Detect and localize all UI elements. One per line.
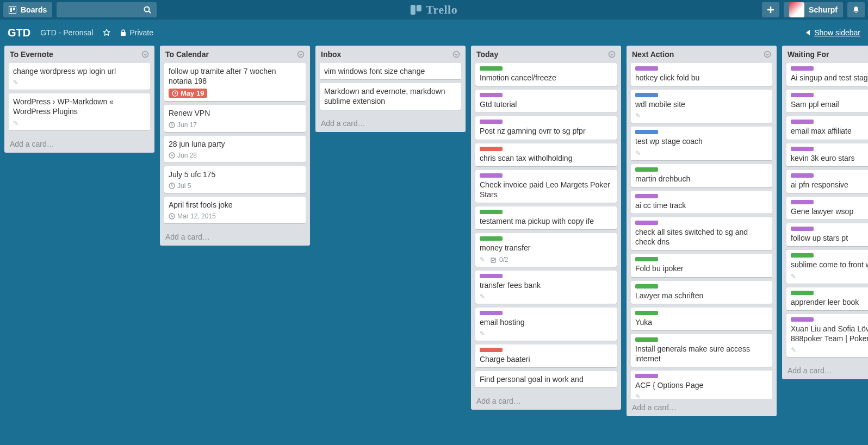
- card[interactable]: money transfer✎0/2: [475, 233, 617, 266]
- board-icon: [9, 6, 16, 14]
- add-button[interactable]: [762, 2, 779, 17]
- svg-point-3: [145, 7, 150, 12]
- card-badges: ✎: [635, 149, 768, 157]
- list-cards: hotkey click fold buwdl mobile site✎test…: [627, 61, 777, 399]
- card[interactable]: Find personal goal in work and: [475, 371, 617, 387]
- list-header: Today: [471, 46, 621, 61]
- card-labels: [635, 130, 768, 134]
- card-labels: [635, 194, 768, 198]
- card-labels: [635, 257, 768, 261]
- card[interactable]: kevin 3k euro stars: [786, 143, 868, 166]
- add-card-button[interactable]: Add a card…: [782, 362, 868, 379]
- checklist-badge: 0/2: [491, 256, 509, 264]
- card[interactable]: wdl mobile site✎: [631, 90, 772, 123]
- card-labels: [480, 348, 612, 352]
- add-card-button[interactable]: Add a card…: [4, 135, 154, 153]
- card-badges: ✎0/2: [480, 256, 612, 264]
- show-sidebar-button[interactable]: Show sidebar: [806, 28, 860, 37]
- card-title: wdl mobile site: [635, 99, 768, 109]
- card[interactable]: Gtd tutorial: [475, 90, 617, 112]
- card[interactable]: Renew VPNJun 17: [164, 105, 306, 131]
- card-labels: [635, 374, 768, 378]
- card[interactable]: Fold bu ipoker: [631, 254, 772, 277]
- add-card-button[interactable]: Add a card…: [160, 228, 310, 246]
- pencil-icon: ✎: [480, 330, 485, 337]
- list-title[interactable]: To Evernote: [10, 50, 141, 59]
- card[interactable]: Ai singup and test stage coach: [786, 63, 868, 86]
- card[interactable]: 28 jun luna partyJun 28: [164, 136, 306, 162]
- label-purple: [791, 227, 814, 231]
- list-title[interactable]: To Calendar: [165, 50, 297, 59]
- card[interactable]: Check invoice paid Leo Margets Poker Sta…: [475, 170, 617, 203]
- card-title: testament ma pickup with copy ife: [480, 216, 612, 226]
- card[interactable]: Markdown and evernote, markdown sublime …: [320, 83, 461, 109]
- card[interactable]: apprender leer book: [786, 287, 868, 310]
- card-badges: ✎: [791, 346, 868, 354]
- card-title: ACF { Options Page: [635, 380, 768, 390]
- card[interactable]: vim windows font size change: [320, 63, 461, 79]
- card[interactable]: Inmotion cancel/freeze: [475, 63, 617, 86]
- card[interactable]: follow up tramite after 7 wochen notaria…: [164, 63, 306, 101]
- card-title: July 5 ufc 175: [169, 170, 301, 179]
- card[interactable]: Gene lawyer wsop: [786, 197, 868, 220]
- card[interactable]: follow up stars pt: [786, 223, 868, 246]
- card[interactable]: Sam ppl email: [786, 90, 868, 112]
- board-team[interactable]: GTD - Peronsal: [40, 28, 93, 37]
- card[interactable]: ACF { Options Page✎: [631, 371, 772, 399]
- card[interactable]: ai pfn responsive: [786, 170, 868, 193]
- board-visibility[interactable]: Private: [120, 28, 153, 37]
- add-card-button[interactable]: Add a card…: [471, 392, 621, 410]
- list-title[interactable]: Inbox: [321, 50, 452, 59]
- card-labels: [635, 66, 768, 71]
- card[interactable]: check all sites switched to sg and check…: [631, 217, 772, 250]
- card[interactable]: April first fools jokeMar 12, 2015: [164, 197, 306, 223]
- card[interactable]: Lawyer ma schriften: [631, 281, 772, 304]
- card[interactable]: Install generals make sure access intern…: [631, 334, 772, 367]
- list-title[interactable]: Next Action: [632, 50, 764, 59]
- notifications-button[interactable]: [847, 2, 865, 17]
- list-menu-icon[interactable]: [452, 51, 460, 58]
- card[interactable]: hotkey click fold bu: [631, 63, 772, 86]
- lock-icon: [120, 29, 126, 36]
- card[interactable]: WordPress › WP-Markdown « WordPress Plug…: [9, 93, 150, 130]
- card[interactable]: Charge baateri: [475, 344, 617, 367]
- card-title: email max affiliate: [791, 126, 868, 136]
- add-card-button[interactable]: Add a card…: [627, 399, 777, 416]
- app-header: Boards Trello Schurpf: [0, 0, 868, 20]
- card[interactable]: Xuan Liu and Sofia Lövgren Join 888poker…: [786, 314, 868, 357]
- card[interactable]: July 5 ufc 175Jul 5: [164, 166, 306, 193]
- card-title: Ai singup and test stage coach: [791, 73, 868, 83]
- card-badges: Jun 17: [169, 121, 301, 129]
- user-name: Schurpf: [809, 5, 838, 14]
- star-icon[interactable]: [103, 29, 110, 36]
- list-title[interactable]: Waiting For: [788, 50, 868, 59]
- card[interactable]: Yuka: [631, 308, 772, 330]
- list-menu-icon[interactable]: [297, 51, 305, 58]
- card[interactable]: martin drehbuch: [631, 164, 772, 187]
- label-purple: [791, 317, 814, 322]
- card[interactable]: change wordpress wp login url✎: [9, 63, 150, 90]
- card[interactable]: email hosting✎: [475, 308, 617, 341]
- card-title: Yuka: [635, 317, 768, 327]
- list-menu-icon[interactable]: [141, 51, 149, 58]
- board-name[interactable]: GTD: [8, 27, 30, 39]
- list-menu-icon[interactable]: [764, 51, 771, 58]
- user-menu[interactable]: Schurpf: [784, 2, 843, 17]
- card[interactable]: testament ma pickup with copy ife: [475, 206, 617, 229]
- card-labels: [480, 274, 612, 278]
- list-title[interactable]: Today: [476, 50, 608, 59]
- boards-button[interactable]: Boards: [3, 2, 52, 17]
- card[interactable]: chris scan tax witholholding: [475, 143, 617, 166]
- card[interactable]: email max affiliate: [786, 116, 868, 139]
- card[interactable]: transfer fees bank✎: [475, 271, 617, 304]
- card-labels: [791, 317, 868, 322]
- card[interactable]: test wp stage coach✎: [631, 127, 772, 160]
- add-card-button[interactable]: Add a card…: [315, 115, 466, 132]
- search-input[interactable]: [57, 2, 157, 17]
- card[interactable]: Post nz gamning ovrr to sg pfpr: [475, 116, 617, 139]
- card[interactable]: ai cc time track: [631, 191, 772, 214]
- list-menu-icon[interactable]: [608, 51, 616, 58]
- card[interactable]: sublime come to front when open file✎: [786, 250, 868, 283]
- board-canvas[interactable]: To Evernotechange wordpress wp login url…: [0, 46, 868, 445]
- app-logo[interactable]: Trello: [411, 3, 457, 17]
